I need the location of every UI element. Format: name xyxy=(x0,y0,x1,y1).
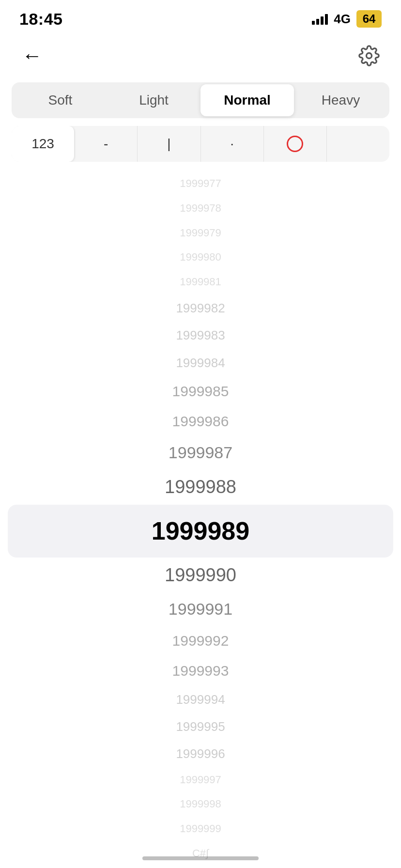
picker-item[interactable]: 1999980 xyxy=(0,245,401,270)
picker-item[interactable]: 1999985 xyxy=(0,376,401,406)
picker-item[interactable]: 1999998 xyxy=(0,792,401,817)
segment-control: Soft Light Normal Heavy xyxy=(12,82,389,118)
filter-123-label: 123 xyxy=(31,136,54,152)
picker-container[interactable]: 1999977199997819999791999980199998119999… xyxy=(0,171,401,866)
back-button[interactable]: ← xyxy=(17,41,46,70)
battery-icon: 64 xyxy=(356,10,382,28)
network-label: 4G xyxy=(334,12,351,27)
picker-item[interactable]: 1999979 xyxy=(0,221,401,246)
svg-point-0 xyxy=(367,53,372,59)
filter-row: 123 - | · xyxy=(12,126,389,162)
picker-item[interactable]: 1999996 xyxy=(0,740,401,767)
picker-item[interactable]: 1999994 xyxy=(0,686,401,713)
picker-item[interactable]: 1999983 xyxy=(0,322,401,349)
red-circle-icon xyxy=(287,136,303,152)
picker-item[interactable]: 1999995 xyxy=(0,713,401,740)
status-bar: 18:45 4G 64 xyxy=(0,0,401,34)
picker-item[interactable]: 1999988 xyxy=(0,469,401,505)
picker-item[interactable]: 1999990 xyxy=(0,558,401,593)
segment-heavy[interactable]: Heavy xyxy=(294,84,387,116)
picker-item[interactable]: 1999977 xyxy=(0,171,401,196)
picker-item[interactable]: 1999992 xyxy=(0,626,401,656)
picker-item[interactable]: C#∫ xyxy=(0,841,401,866)
picker-item[interactable]: 1999999 xyxy=(0,817,401,841)
gear-icon xyxy=(358,45,380,66)
picker-item[interactable]: 1999987 xyxy=(0,436,401,469)
settings-button[interactable] xyxy=(355,41,384,70)
nav-bar: ← xyxy=(0,34,401,78)
picker-item[interactable]: 1999982 xyxy=(0,294,401,322)
filter-123[interactable]: 123 xyxy=(12,126,75,162)
filter-pipe[interactable]: | xyxy=(138,126,200,162)
filter-pipe-label: | xyxy=(167,136,170,152)
filter-dash[interactable]: - xyxy=(75,126,138,162)
status-time: 18:45 xyxy=(19,10,62,29)
picker-item[interactable]: 1999978 xyxy=(0,196,401,221)
segment-normal[interactable]: Normal xyxy=(200,84,294,116)
picker-list: 1999977199997819999791999980199998119999… xyxy=(0,171,401,866)
battery-level: 64 xyxy=(356,10,382,28)
picker-item[interactable]: 1999986 xyxy=(0,406,401,436)
picker-item[interactable]: 1999993 xyxy=(0,656,401,686)
picker-item[interactable]: 1999984 xyxy=(0,349,401,376)
filter-circle[interactable] xyxy=(264,126,327,162)
back-arrow-icon: ← xyxy=(22,46,42,66)
filter-dash-label: - xyxy=(104,136,108,152)
picker-item[interactable]: 1999981 xyxy=(0,270,401,294)
segment-light[interactable]: Light xyxy=(107,84,200,116)
filter-empty[interactable] xyxy=(327,126,389,162)
picker-item[interactable]: 1999997 xyxy=(0,768,401,792)
picker-item[interactable]: 1999989 xyxy=(8,505,393,558)
picker-item[interactable]: 1999991 xyxy=(0,593,401,626)
filter-dot[interactable]: · xyxy=(201,126,264,162)
home-indicator xyxy=(142,856,259,860)
filter-dot-label: · xyxy=(230,136,234,152)
signal-icon xyxy=(312,13,328,25)
segment-soft[interactable]: Soft xyxy=(14,84,107,116)
status-icons: 4G 64 xyxy=(312,10,382,28)
